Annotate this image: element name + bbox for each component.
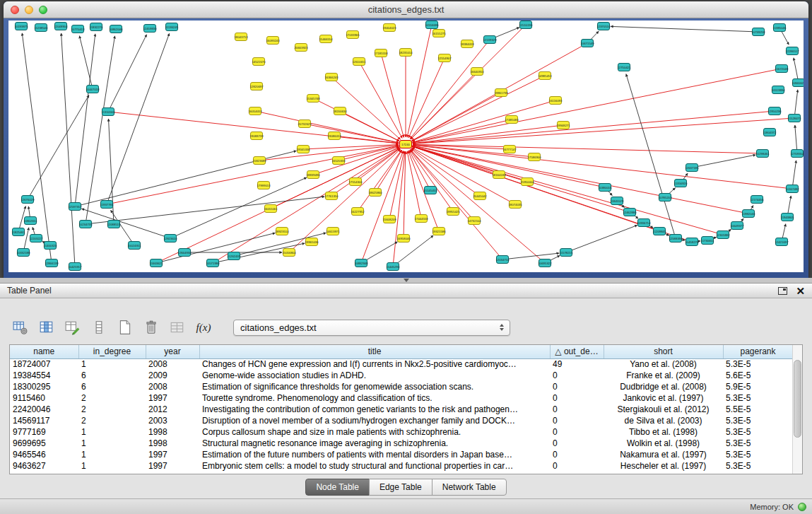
graph-node[interactable]: 11578215 bbox=[560, 249, 573, 257]
graph-node[interactable]: 16116093 bbox=[549, 97, 563, 105]
graph-node[interactable]: 10447018 bbox=[86, 86, 100, 93]
graph-node[interactable]: 17586900 bbox=[527, 153, 541, 161]
tab-node-table[interactable]: Node Table bbox=[305, 479, 370, 496]
graph-node[interactable]: 18164249 bbox=[492, 171, 506, 179]
graph-node[interactable]: 12709354 bbox=[790, 150, 804, 158]
close-panel-icon[interactable]: ✕ bbox=[796, 287, 805, 295]
graph-node[interactable]: 11445290 bbox=[387, 263, 400, 271]
graph-node[interactable]: 16366243 bbox=[324, 74, 339, 81]
graph-node[interactable]: 10649377 bbox=[730, 222, 744, 230]
graph-node[interactable]: 12866139 bbox=[45, 259, 59, 267]
graph-node[interactable]: 10513894 bbox=[771, 86, 785, 94]
row-list-button[interactable] bbox=[90, 318, 108, 337]
graph-node[interactable]: 17240 bbox=[400, 141, 412, 148]
graph-node[interactable]: 16155275 bbox=[432, 30, 446, 37]
graph-node[interactable]: 15950004 bbox=[520, 178, 534, 186]
graph-node[interactable]: 11510190 bbox=[519, 21, 533, 29]
graph-node[interactable]: 16777147 bbox=[502, 146, 517, 153]
graph-node[interactable]: 10862046 bbox=[109, 25, 123, 33]
graph-node[interactable]: 11663621 bbox=[150, 259, 163, 267]
graph-node[interactable]: 12421697 bbox=[775, 238, 789, 246]
graph-node[interactable]: 10167482 bbox=[785, 185, 799, 193]
graph-node[interactable]: 10234735 bbox=[78, 221, 93, 228]
graph-node[interactable]: 10695322 bbox=[538, 259, 552, 267]
column-header-out_degree[interactable]: △ out_de… bbox=[550, 345, 604, 358]
column-header-year[interactable]: year bbox=[146, 345, 199, 358]
graph-node[interactable]: 12923610 bbox=[163, 235, 177, 243]
graph-node[interactable]: 16958040 bbox=[396, 235, 411, 243]
graph-node[interactable]: 20663923 bbox=[294, 44, 308, 52]
graph-node[interactable]: 12139329 bbox=[483, 36, 497, 44]
import-table-button[interactable] bbox=[168, 318, 187, 337]
graph-node[interactable]: 19086053 bbox=[327, 132, 341, 140]
graph-node[interactable]: 11209845 bbox=[653, 228, 666, 235]
graph-node[interactable]: 10770413 bbox=[71, 25, 85, 33]
table-row[interactable]: 1938455462009Genome-wide association stu… bbox=[10, 370, 793, 381]
graph-node[interactable]: 10671549 bbox=[580, 40, 594, 47]
graph-node[interactable]: 20445042 bbox=[473, 192, 487, 200]
column-header-pagerank[interactable]: pagerank bbox=[723, 345, 793, 358]
graph-node[interactable]: 16054053 bbox=[248, 107, 262, 115]
table-settings-button[interactable] bbox=[11, 318, 30, 337]
column-header-title[interactable]: title bbox=[199, 345, 550, 358]
graph-node[interactable]: 16093243 bbox=[266, 37, 280, 45]
graph-node[interactable]: 10425917 bbox=[68, 263, 82, 271]
table-selector-combobox[interactable]: citations_edges.txt bbox=[233, 320, 510, 336]
table-vertical-scrollbar[interactable] bbox=[792, 345, 802, 474]
table-row[interactable]: 1830029562008Estimation of significance … bbox=[10, 381, 793, 392]
table-row[interactable]: 2242004622012Investigating the contribut… bbox=[10, 404, 793, 415]
graph-node[interactable]: 10785203 bbox=[658, 194, 672, 201]
graph-node[interactable]: 12048904 bbox=[54, 23, 68, 30]
graph-node[interactable]: 14732104 bbox=[467, 217, 481, 225]
graph-node[interactable]: 19404023 bbox=[382, 24, 396, 32]
graph-node[interactable]: 10556686 bbox=[425, 21, 439, 29]
graph-node[interactable]: 12174456 bbox=[750, 196, 764, 204]
graph-node[interactable]: 17033965 bbox=[346, 31, 360, 39]
scrollbar-thumb[interactable] bbox=[794, 360, 801, 438]
graph-node[interactable]: 12554907 bbox=[437, 54, 452, 62]
graph-node[interactable]: 15145453 bbox=[423, 187, 437, 194]
graph-node[interactable]: 18043713 bbox=[234, 33, 248, 41]
graph-node[interactable]: 11672048 bbox=[775, 65, 789, 73]
new-table-button[interactable] bbox=[116, 318, 134, 337]
graph-node[interactable]: 12820697 bbox=[249, 83, 264, 90]
graph-node[interactable]: 16055061 bbox=[264, 205, 278, 213]
graph-node[interactable]: 11832270 bbox=[90, 23, 103, 31]
graph-node[interactable]: 10332188 bbox=[16, 249, 30, 257]
graph-node[interactable]: 11730651 bbox=[701, 237, 714, 245]
graph-node[interactable]: 10380016 bbox=[598, 184, 612, 192]
graph-node[interactable]: 10298461 bbox=[755, 150, 770, 158]
minimize-button[interactable] bbox=[25, 6, 33, 14]
table-row[interactable]: 946554611997Estimation of the future num… bbox=[10, 449, 793, 460]
graph-node[interactable]: 11825461 bbox=[12, 228, 25, 236]
graph-node[interactable]: 17185558 bbox=[374, 49, 388, 57]
graph-node[interactable]: 12462880 bbox=[623, 209, 637, 216]
graph-node[interactable]: 10936714 bbox=[637, 219, 651, 227]
graph-node[interactable]: 16520333 bbox=[331, 157, 346, 165]
graph-node[interactable]: 12750421 bbox=[617, 64, 631, 71]
graph-node[interactable]: 19565336 bbox=[296, 146, 310, 153]
graph-node[interactable]: 12950236 bbox=[767, 107, 782, 115]
graph-node[interactable]: 12203227 bbox=[29, 235, 43, 243]
graph-node[interactable]: 19965036 bbox=[305, 238, 319, 246]
graph-node[interactable]: 12676029 bbox=[20, 196, 35, 204]
graph-node[interactable]: 12844930 bbox=[177, 249, 192, 257]
close-button[interactable] bbox=[11, 6, 19, 14]
table-row[interactable]: 977716911998Corpus callosum shape and si… bbox=[10, 426, 793, 438]
graph-node[interactable]: 17485083 bbox=[505, 116, 519, 124]
graph-node[interactable]: 11937780 bbox=[100, 201, 114, 209]
column-header-short[interactable]: short bbox=[604, 345, 723, 358]
graph-node[interactable]: 10882948 bbox=[354, 259, 368, 267]
table-row[interactable]: 969969511998Structural magnetic resonanc… bbox=[10, 438, 793, 449]
graph-node[interactable]: 12286517 bbox=[785, 47, 799, 55]
graph-node[interactable]: 14613971 bbox=[326, 228, 340, 235]
graph-node[interactable]: 17761350 bbox=[324, 192, 339, 200]
graph-node[interactable]: 19955425 bbox=[446, 208, 460, 216]
graph-node[interactable]: 19321586 bbox=[432, 228, 446, 235]
graph-node[interactable]: 11262433 bbox=[228, 252, 241, 260]
graph-node[interactable]: 10802651 bbox=[23, 217, 37, 225]
function-builder-button[interactable]: f(x) bbox=[194, 318, 213, 337]
graph-node[interactable]: 18074035 bbox=[508, 201, 522, 209]
graph-node[interactable]: 17554300 bbox=[348, 178, 363, 186]
graph-node[interactable]: 15056804 bbox=[282, 249, 296, 257]
